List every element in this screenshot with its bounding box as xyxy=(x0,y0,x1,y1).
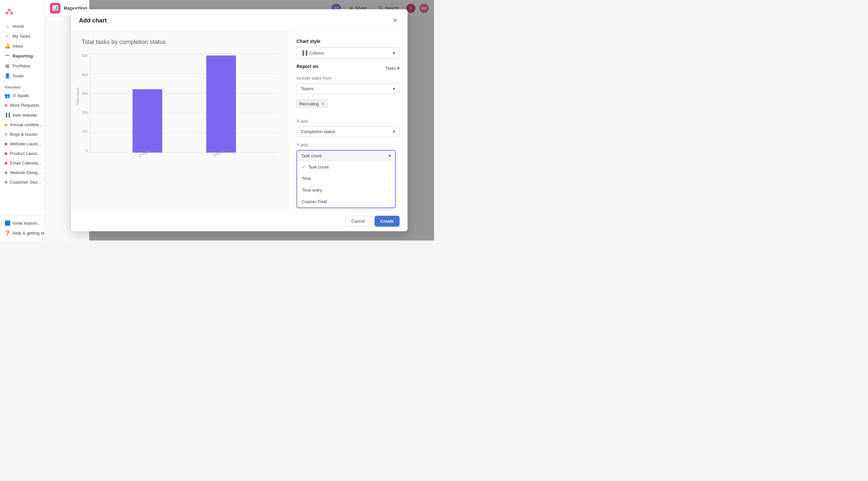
person-icon: 👤 xyxy=(5,73,10,78)
sidebar-item-home[interactable]: ⌂ Home xyxy=(0,21,44,31)
sidebar-item-website-design[interactable]: Website Desig... xyxy=(0,168,44,178)
modal-body: Total tasks by completion status 500 400… xyxy=(71,31,408,211)
cancel-button[interactable]: Cancel xyxy=(345,216,371,227)
create-button[interactable]: Create xyxy=(374,216,400,227)
sidebar-item-customer-story[interactable]: Customer Stor... xyxy=(0,178,44,187)
chart-preview-panel: Total tasks by completion status 500 400… xyxy=(71,31,288,211)
dot-icon xyxy=(5,124,7,126)
chart-style-label: Chart style xyxy=(297,39,400,44)
briefcase-icon: ▦ xyxy=(5,63,10,68)
column-icon: ▐▐ xyxy=(301,50,307,56)
sidebar-item-portfolios[interactable]: ▦ Portfolios xyxy=(0,61,44,71)
sidebar-item-email-calendar[interactable]: Email Calenda... xyxy=(0,158,44,168)
include-tasks-label: Include tasks from xyxy=(297,76,400,81)
grid-lines xyxy=(90,54,278,153)
home-icon: ⌂ xyxy=(5,24,10,29)
dot-icon xyxy=(5,152,7,155)
x-labels: Complet... Incompl... xyxy=(90,154,278,161)
xaxis-select[interactable]: Completion status ▾ xyxy=(297,126,400,137)
add-chart-modal: Add chart ✕ Total tasks by completion st… xyxy=(71,9,408,231)
modal-footer: Cancel Create xyxy=(71,211,408,231)
dot-icon xyxy=(5,181,7,184)
y-label-500: 500 xyxy=(82,54,88,58)
bars xyxy=(91,54,278,153)
chart-style-select[interactable]: ▐▐ Column ▾ xyxy=(297,47,400,59)
favorites-section-title: Favorites xyxy=(0,81,44,91)
modal-title: Add chart xyxy=(79,17,107,24)
check-circle-icon: ✓ xyxy=(5,33,10,39)
report-on-value[interactable]: Tasks ▾ xyxy=(385,66,400,71)
dropdown-item-task-count[interactable]: ✓ Task count xyxy=(297,161,395,173)
help-icon: ❓ xyxy=(5,230,10,235)
modal-close-button[interactable]: ✕ xyxy=(391,16,400,25)
y-label-400: 400 xyxy=(82,73,88,77)
bell-icon: 🔔 xyxy=(5,43,10,49)
tag-area: Recruiting ✕ xyxy=(297,99,400,113)
chevron-right-icon: › xyxy=(389,199,391,204)
chevron-down-icon: ▾ xyxy=(393,51,395,56)
sidebar-item-inbox[interactable]: 🔔 Inbox xyxy=(0,41,44,51)
y-label-300: 300 xyxy=(82,92,88,95)
check-icon: ✓ xyxy=(302,164,305,169)
bar-chart: 500 400 300 200 100 0 Task count xyxy=(82,54,278,159)
report-on-label: Report on xyxy=(297,64,318,69)
y-axis: 500 400 300 200 100 0 Task count xyxy=(82,54,90,153)
chevron-right-icon: › xyxy=(389,177,391,181)
sidebar-item-goals[interactable]: 👤 Goals xyxy=(0,71,44,81)
yaxis-label: Y-axis xyxy=(297,142,400,147)
y-axis-title: Task count xyxy=(76,88,80,105)
logo-area xyxy=(0,4,44,21)
config-panel: Chart style ▐▐ Column ▾ Report on Tasks … xyxy=(288,31,408,211)
sidebar-bottom: 🟦 Invite teamm... ❓ Help & getting start… xyxy=(0,215,44,241)
dot-icon xyxy=(5,171,7,174)
dot-icon xyxy=(5,143,7,146)
modal-header: Add chart ✕ xyxy=(71,9,408,31)
asana-logo-icon xyxy=(5,7,14,16)
dot-icon xyxy=(5,133,7,136)
dot-icon xyxy=(5,104,7,107)
invite-teammates-button[interactable]: 🟦 Invite teamm... xyxy=(0,218,44,228)
y-label-0: 0 xyxy=(86,149,88,153)
svg-point-1 xyxy=(6,11,9,14)
person-group-icon: 👥 xyxy=(5,93,10,98)
recruiting-tag: Recruiting ✕ xyxy=(297,99,328,108)
svg-point-0 xyxy=(8,9,11,11)
sidebar-item-new-website[interactable]: ▐▐ New website xyxy=(0,110,44,120)
chevron-down-icon: ▾ xyxy=(393,86,395,91)
include-tasks-select[interactable]: Teams ▾ xyxy=(297,83,400,94)
yaxis-section: Y-axis Task count ▾ ✓ Task count xyxy=(297,142,400,208)
main-content: 📊 Reporting › AT 🔒 Share 🔍 Search + ME A… xyxy=(44,0,434,241)
help-button[interactable]: ❓ Help & getting started xyxy=(0,228,44,238)
chevron-down-small-icon: ▾ xyxy=(397,66,400,71)
sidebar-item-product-launch[interactable]: Product Launc... xyxy=(0,149,44,158)
dropdown-item-custom-field[interactable]: Custom Field › xyxy=(297,196,395,207)
sidebar-item-website-launch[interactable]: Website Launc... xyxy=(0,139,44,149)
sidebar-item-my-tasks[interactable]: ✓ My Tasks xyxy=(0,31,44,41)
chart-preview-title: Total tasks by completion status xyxy=(82,39,278,45)
page-icon: 📊 xyxy=(50,3,61,13)
chevron-down-icon: ▾ xyxy=(389,153,391,158)
chart-style-value: ▐▐ Column xyxy=(301,50,324,56)
sidebar-item-annual-conf[interactable]: Annual confere... xyxy=(0,120,44,129)
bar-incompleted xyxy=(206,56,236,153)
yaxis-dropdown[interactable]: Task count ▾ ✓ Task count Time › xyxy=(297,150,396,208)
y-label-200: 200 xyxy=(82,111,88,115)
dropdown-item-time[interactable]: Time › xyxy=(297,173,395,184)
chart-grid-area: Complet... Incompl... xyxy=(90,54,278,159)
bar-chart-icon: ▐▐ xyxy=(5,112,10,118)
yaxis-dropdown-selected[interactable]: Task count ▾ xyxy=(297,151,395,161)
remove-tag-button[interactable]: ✕ xyxy=(321,101,325,106)
svg-point-2 xyxy=(10,11,13,14)
sidebar-item-work-requests[interactable]: Work Requests xyxy=(0,100,44,110)
dropdown-item-time-entry[interactable]: Time entry › xyxy=(297,184,395,196)
chevron-down-icon: ▾ xyxy=(393,129,395,134)
sidebar-item-reporting[interactable]: 〜 Reporting xyxy=(0,51,44,61)
sidebar: ⌂ Home ✓ My Tasks 🔔 Inbox 〜 Reporting ▦ … xyxy=(0,0,44,241)
sidebar-item-it-apollo[interactable]: 👥 IT Apollo xyxy=(0,91,44,100)
chart-line-icon: 〜 xyxy=(5,53,10,59)
chevron-right-icon: › xyxy=(389,188,391,193)
xaxis-label: X-axis xyxy=(297,119,400,124)
sidebar-item-bugs-issues[interactable]: Bugs & Issues xyxy=(0,129,44,139)
report-on-row: Report on Tasks ▾ xyxy=(297,64,400,72)
bar-completed xyxy=(132,89,162,153)
